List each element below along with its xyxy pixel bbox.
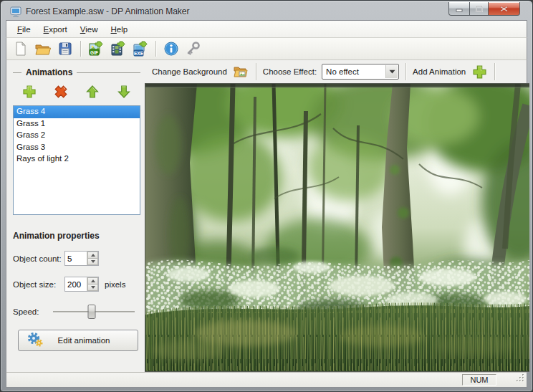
plus-icon (472, 64, 487, 80)
info-icon (163, 41, 179, 57)
choose-effect-label: Choose Effect: (263, 67, 317, 76)
num-lock-indicator: NUM (462, 374, 496, 386)
list-item-grass-1[interactable]: Grass 1 (14, 118, 140, 130)
change-background-button[interactable] (232, 64, 249, 80)
animations-header-label: Animations (26, 67, 72, 77)
object-size-unit: pixels (105, 280, 125, 289)
change-background-label: Change Background (152, 67, 227, 76)
maximize-icon (476, 6, 483, 12)
svg-text:EXE: EXE (134, 51, 144, 56)
app-icon (10, 6, 21, 17)
animations-panel: Animations Grass 4 Grass 1 (6, 60, 145, 372)
object-count-label: Object count: (13, 254, 64, 263)
preview-canvas[interactable] (145, 83, 529, 372)
properties-header: Animation properties (13, 231, 140, 241)
animation-list-actions (13, 77, 140, 105)
delete-animation-button[interactable] (53, 84, 69, 100)
info-button[interactable] (161, 39, 181, 58)
export-gif-button[interactable]: GIF (86, 39, 106, 58)
plus-icon (22, 85, 37, 99)
export-exe-icon: EXE (132, 40, 149, 57)
object-size-label: Object size: (13, 280, 64, 289)
effects-bar-separator (256, 63, 256, 80)
toolbar-separator (155, 41, 156, 57)
app-window: Forest Example.asw - DP Animation Maker … (0, 0, 533, 392)
new-file-icon (13, 41, 29, 57)
toolbar-separator (80, 41, 81, 57)
effect-dropdown-button[interactable] (385, 65, 398, 78)
object-size-spin-up[interactable] (87, 277, 98, 285)
animations-list: Grass 4 Grass 1 Grass 2 Grass 3 Rays of … (13, 105, 140, 215)
maximize-button[interactable] (469, 2, 489, 16)
close-icon (500, 6, 508, 12)
menu-export[interactable]: Export (37, 23, 74, 36)
effects-bar-separator (405, 63, 406, 80)
save-icon (57, 41, 73, 57)
menu-help[interactable]: Help (105, 23, 135, 36)
content-area: Animations Grass 4 Grass 1 (6, 60, 527, 372)
list-item-grass-2[interactable]: Grass 2 (14, 130, 140, 142)
object-count-input[interactable] (65, 252, 87, 265)
edit-animation-button[interactable]: Edit animation (18, 330, 138, 351)
list-item-grass-4[interactable]: Grass 4 (14, 106, 140, 118)
menu-view[interactable]: View (74, 23, 105, 36)
object-count-spin-down[interactable] (87, 259, 98, 265)
speed-slider[interactable] (53, 305, 135, 319)
key-icon (185, 40, 202, 57)
window-title: Forest Example.asw - DP Animation Maker (26, 6, 190, 16)
open-file-button[interactable] (33, 39, 53, 58)
menu-bar: File Export View Help (6, 20, 527, 38)
status-bar: NUM (6, 372, 527, 388)
minimize-button[interactable] (448, 2, 469, 16)
chevron-down-icon (389, 70, 395, 74)
effect-dropdown-value: No effect (326, 67, 359, 76)
export-exe-button[interactable]: EXE (130, 39, 150, 58)
animations-group-header: Animations (13, 67, 140, 77)
object-size-row: Object size: pixels (13, 277, 140, 292)
export-video-icon (110, 40, 127, 57)
speed-slider-thumb[interactable] (87, 305, 95, 319)
object-count-row: Object count: (13, 251, 140, 266)
add-animation-toolbar-button[interactable] (471, 64, 488, 80)
add-animation-button[interactable] (21, 84, 37, 100)
resize-grip[interactable] (516, 373, 525, 386)
export-video-button[interactable] (108, 39, 128, 58)
object-size-spinner (64, 277, 99, 292)
window-controls (448, 2, 520, 16)
add-animation-label: Add Animation (413, 67, 466, 76)
folder-image-icon (233, 64, 249, 79)
main-toolbar: GIF EXE (6, 38, 527, 60)
arrow-up-icon (85, 85, 100, 99)
title-bar[interactable]: Forest Example.asw - DP Animation Maker (6, 1, 527, 20)
effects-bar-separator (494, 63, 495, 80)
effect-dropdown[interactable]: No effect (322, 64, 399, 80)
move-down-button[interactable] (116, 84, 132, 100)
object-size-spin-down[interactable] (87, 285, 98, 291)
speed-label: Speed: (13, 307, 50, 316)
object-size-input[interactable] (65, 277, 87, 291)
register-key-button[interactable] (183, 39, 203, 58)
forest-preview-image (145, 84, 529, 371)
arrow-down-icon (117, 85, 131, 99)
delete-x-icon (54, 85, 68, 99)
preview-area: Change Background Choose Effect: No effe… (145, 60, 529, 372)
object-count-spinner (64, 251, 99, 266)
move-up-button[interactable] (85, 84, 100, 100)
edit-animation-label: Edit animation (44, 336, 123, 345)
menu-file[interactable]: File (11, 23, 37, 36)
svg-text:GIF: GIF (90, 50, 98, 55)
close-button[interactable] (489, 2, 520, 16)
speed-row: Speed: (13, 305, 140, 319)
gears-icon (26, 331, 44, 350)
list-item-rays-of-light-2[interactable]: Rays of light 2 (14, 153, 140, 166)
minimize-icon (456, 6, 463, 12)
save-file-button[interactable] (55, 39, 75, 58)
effects-bar: Change Background Choose Effect: No effe… (145, 60, 529, 83)
new-file-button[interactable] (11, 39, 31, 58)
export-gif-icon: GIF (87, 40, 105, 57)
open-folder-icon (34, 41, 52, 57)
object-count-spin-up[interactable] (87, 252, 98, 259)
list-item-grass-3[interactable]: Grass 3 (14, 142, 140, 154)
